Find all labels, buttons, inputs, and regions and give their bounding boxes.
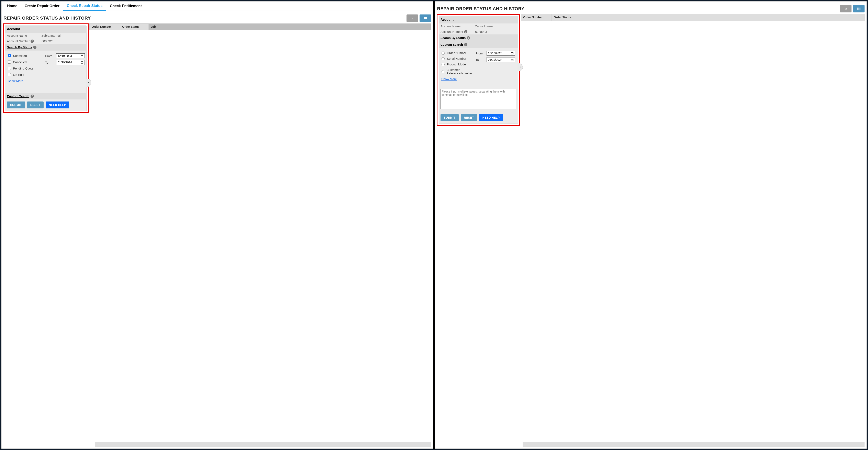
col-order-status[interactable]: Order Status — [552, 14, 580, 21]
account-name-label: Account Name — [7, 34, 41, 37]
account-name-label: Account Name — [440, 25, 475, 28]
filter-panel-highlight: Account Account Name Zebra Internal Acco… — [437, 14, 520, 126]
top-nav: Home Create Repair Order Check Repair St… — [1, 1, 433, 11]
results-table: Order Number Order Status Job — [89, 24, 431, 30]
info-icon[interactable]: i — [467, 36, 470, 39]
show-more-link[interactable]: Show More — [8, 79, 43, 83]
filter-panel: Account Account Name Zebra Internal Acco… — [439, 16, 518, 124]
col-job[interactable]: Job — [149, 24, 431, 30]
checkbox-cancelled[interactable] — [8, 61, 11, 64]
download-icon — [844, 7, 848, 10]
from-date-input[interactable]: 10/19/2023 — [487, 51, 515, 56]
search-by-status-header[interactable]: Search By Status i — [439, 34, 518, 41]
account-name-value: Zebra Internal — [475, 25, 516, 28]
account-number-label: Account Number — [7, 39, 30, 43]
custom-search-header[interactable]: Custom Search i — [5, 93, 86, 99]
download-icon — [410, 16, 414, 20]
from-date-input[interactable]: 12/19/2023 — [56, 53, 85, 58]
label-cancelled: Cancelled — [13, 60, 27, 64]
columns-button[interactable] — [420, 14, 431, 22]
account-number-label: Account Number — [440, 30, 463, 33]
reset-button[interactable]: RESET — [27, 101, 43, 109]
show-more-link[interactable]: Show More — [441, 77, 473, 81]
page-title: REPAIR ORDER STATUS AND HISTORY — [437, 6, 840, 11]
checkbox-on-hold[interactable] — [8, 73, 11, 76]
columns-button[interactable] — [853, 5, 865, 12]
svg-rect-9 — [860, 7, 861, 10]
results-table: Order Number Order Status — [521, 14, 865, 21]
submit-button[interactable]: SUBMIT — [7, 101, 25, 109]
custom-search-header[interactable]: Custom Search i — [439, 41, 518, 48]
checkbox-submitted[interactable] — [8, 54, 11, 57]
collapse-panel-button[interactable] — [86, 79, 91, 87]
reset-button[interactable]: RESET — [461, 114, 477, 121]
account-number-value: 6088923 — [475, 30, 516, 33]
info-icon[interactable]: i — [31, 95, 34, 98]
col-order-number[interactable]: Order Number — [521, 14, 552, 21]
info-icon[interactable]: i — [464, 30, 467, 33]
svg-rect-2 — [426, 17, 427, 19]
nav-home[interactable]: Home — [3, 2, 21, 10]
need-help-button[interactable]: NEED HELP — [45, 101, 69, 109]
label-pending-quote: Pending Quote — [13, 67, 33, 70]
label-customer-reference-number: Customer Reference Number — [446, 68, 473, 75]
to-label: To — [475, 58, 485, 62]
svg-rect-7 — [858, 7, 858, 10]
filter-panel-highlight: Account Account Name Zebra Internal Acco… — [3, 24, 89, 113]
label-on-hold: On Hold — [13, 73, 24, 77]
to-label: To — [45, 61, 55, 64]
svg-rect-11 — [511, 52, 514, 53]
account-number-value: 6088923 — [41, 39, 85, 43]
label-order-number: Order Number — [447, 51, 466, 55]
download-button[interactable] — [840, 5, 851, 12]
download-button[interactable] — [406, 14, 418, 22]
search-by-status-header[interactable]: Search By Status i — [5, 44, 86, 51]
col-blank — [580, 14, 865, 21]
to-date-input[interactable]: 01/19/2024 — [487, 57, 515, 62]
to-date-input[interactable]: 01/19/2024 — [56, 60, 85, 65]
chevron-left-icon — [88, 81, 90, 84]
label-submitted: Submitted — [13, 54, 27, 58]
col-order-status[interactable]: Order Status — [120, 24, 149, 30]
radio-serial-number[interactable] — [441, 57, 444, 60]
calendar-icon — [511, 58, 514, 61]
filter-panel: Account Account Name Zebra Internal Acco… — [5, 26, 87, 111]
multi-value-input[interactable] — [440, 89, 516, 109]
radio-order-number[interactable] — [441, 52, 444, 55]
info-icon[interactable]: i — [464, 43, 467, 46]
nav-check-entitlement[interactable]: Check Entitlement — [106, 2, 146, 10]
need-help-button[interactable]: NEED HELP — [479, 114, 503, 121]
calendar-icon — [81, 61, 83, 64]
submit-button[interactable]: SUBMIT — [440, 114, 459, 121]
footer-strip — [95, 442, 431, 447]
info-icon[interactable]: i — [31, 39, 34, 43]
checkbox-pending-quote[interactable] — [8, 67, 11, 70]
nav-create-repair-order[interactable]: Create Repair Order — [21, 2, 63, 10]
svg-rect-4 — [81, 55, 83, 56]
radio-customer-reference-number[interactable] — [441, 70, 444, 73]
nav-check-repair-status[interactable]: Check Repair Status — [63, 2, 106, 11]
svg-rect-8 — [859, 7, 860, 10]
page-title: REPAIR ORDER STATUS AND HISTORY — [3, 16, 406, 21]
account-name-value: Zebra Internal — [41, 34, 85, 37]
from-label: From — [475, 52, 485, 55]
label-serial-number: Serial Number — [447, 57, 466, 60]
svg-rect-13 — [511, 59, 514, 60]
calendar-icon — [511, 52, 514, 55]
footer-strip — [523, 442, 865, 447]
collapse-panel-button[interactable] — [518, 63, 523, 71]
calendar-icon — [81, 54, 83, 57]
col-order-number[interactable]: Order Number — [90, 24, 120, 30]
svg-rect-6 — [81, 62, 83, 62]
account-section-header: Account — [439, 16, 518, 24]
label-product-model: Product Model — [447, 63, 467, 66]
chevron-left-icon — [519, 66, 521, 69]
svg-rect-0 — [424, 17, 425, 19]
info-icon[interactable]: i — [33, 46, 36, 49]
svg-rect-1 — [425, 17, 426, 19]
radio-product-model[interactable] — [441, 63, 444, 66]
from-label: From — [45, 54, 55, 58]
account-section-header: Account — [5, 26, 86, 33]
columns-icon — [423, 16, 427, 20]
columns-icon — [857, 7, 861, 10]
